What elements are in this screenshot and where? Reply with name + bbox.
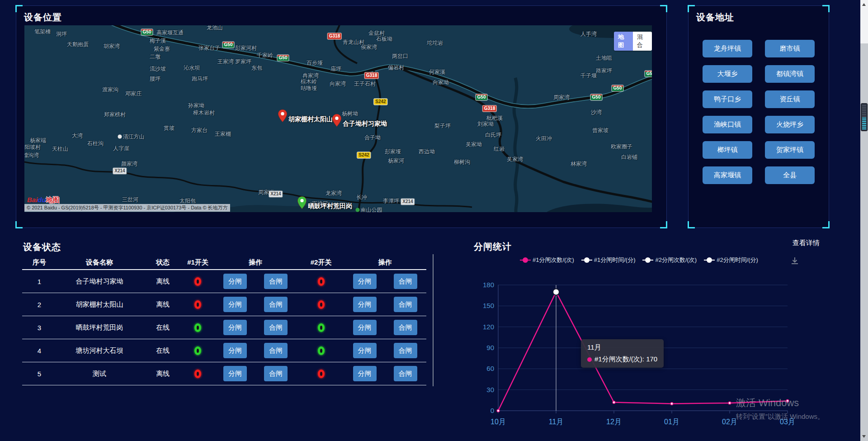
switch2-close-button[interactable]: 合闸 — [394, 366, 417, 381]
switch2-close-button[interactable]: 合闸 — [394, 274, 417, 289]
map-type-map-button[interactable]: 地图 — [614, 32, 633, 51]
scroll-up-icon[interactable] — [862, 3, 866, 6]
switch2-open-button[interactable]: 分闸 — [353, 274, 377, 289]
switch1-open-button[interactable]: 分闸 — [223, 343, 247, 358]
map-place-label: 李潭坪 — [383, 197, 399, 205]
map-place-label: 梨子坪 — [434, 122, 451, 130]
scrollbar-top — [860, 0, 868, 43]
switch2-open-button[interactable]: 分闸 — [353, 343, 377, 358]
switch2-close-button[interactable]: 合闸 — [394, 297, 417, 312]
map-place-label: 林家湾 — [571, 160, 587, 168]
switch2-status-light — [318, 277, 325, 286]
column-header: 设备名称 — [57, 258, 142, 267]
address-button[interactable]: 磨市镇 — [765, 40, 815, 57]
address-button[interactable]: 火烧坪乡 — [765, 116, 815, 133]
switch2-open-button[interactable]: 分闸 — [353, 320, 377, 335]
legend-item[interactable]: #1分闸次数/(次) — [520, 256, 574, 264]
address-button[interactable]: 龙舟坪镇 — [703, 40, 752, 57]
device-name: 合子坳村习家坳 — [57, 277, 142, 286]
svg-text:180: 180 — [483, 281, 494, 289]
address-button[interactable]: 全县 — [765, 166, 815, 184]
map-place-label: 彭家河村 — [235, 44, 257, 52]
address-button[interactable]: 都镇湾镇 — [765, 65, 815, 83]
map-place-label: 周家湾 — [553, 94, 570, 101]
map-place-label: 渡家沟 — [102, 86, 118, 94]
road-shield: G50 — [612, 85, 624, 92]
map-place-label: 路家坪 — [596, 67, 612, 75]
map-place-label: 东包 — [251, 64, 262, 72]
switch1-close-button[interactable]: 合闸 — [264, 320, 288, 335]
device-name: 测试 — [57, 370, 142, 378]
scrollbar-thumb[interactable] — [861, 103, 868, 131]
legend-line-icon — [581, 257, 592, 263]
baidu-map[interactable]: 笔架槽洞坪天鹅抱蛋胡家湾高家堰互通梅子溪紫金寨二墩流沙坡沁水坝腰坪跑马坪渡家沟邓… — [24, 25, 652, 212]
map-place-label: 红岩 — [494, 145, 505, 153]
map-pin-icon[interactable] — [297, 196, 307, 209]
map-place-label: 杨树坳 — [342, 110, 358, 118]
switch1-close-button[interactable]: 合闸 — [264, 343, 288, 358]
road-shield: X214 — [113, 168, 127, 175]
scroll-down-icon[interactable] — [862, 435, 866, 438]
address-button[interactable]: 渔峡口镇 — [703, 116, 752, 133]
legend-item[interactable]: #2分闸次数/(次) — [642, 256, 697, 264]
map-type-satellite-button[interactable]: 混合 — [633, 32, 652, 51]
map-pin-icon[interactable] — [332, 114, 342, 127]
status-text: 离线 — [142, 370, 183, 378]
table-row: 3晒鼓坪村荒田岗在线分闸合闸分闸合闸 — [22, 316, 426, 339]
address-button[interactable]: 资丘镇 — [765, 90, 815, 108]
map-place-label: 方家台 — [191, 127, 208, 134]
road-shield: G50 — [476, 94, 488, 101]
map-place-label: 吴家湾 — [507, 156, 523, 163]
svg-text:01月: 01月 — [664, 418, 679, 426]
switch1-close-button[interactable]: 合闸 — [264, 274, 288, 289]
road-shield: S242 — [373, 99, 387, 105]
map-place-label: 长冲 — [356, 194, 367, 201]
switch1-open-button[interactable]: 分闸 — [223, 274, 247, 289]
row-index: 2 — [22, 301, 57, 308]
svg-text:30: 30 — [486, 386, 494, 394]
address-button[interactable]: 榔坪镇 — [703, 141, 752, 159]
address-button[interactable]: 鸭子口乡 — [703, 90, 752, 108]
section-divider — [433, 254, 434, 386]
map-place-label: 郑家榜村 — [104, 111, 126, 119]
switch1-close-button[interactable]: 合闸 — [264, 366, 288, 381]
switch2-status-light — [318, 346, 325, 355]
legend-line-icon — [704, 257, 715, 263]
map-place-label: 邓家庄 — [125, 90, 142, 98]
switch1-close-button[interactable]: 合闸 — [264, 297, 288, 312]
map-pin-label: 胡家棚村太阳山 — [288, 115, 333, 123]
view-details-link[interactable]: 查看详情 — [793, 239, 820, 247]
switch1-open-button[interactable]: 分闸 — [223, 320, 247, 335]
map-place-label: 二墩 — [150, 53, 160, 61]
tooltip-value: #1分闸次数/(次): 170 — [594, 355, 657, 364]
map-type-toggle[interactable]: 地图混合 — [614, 32, 652, 51]
switch2-close-button[interactable]: 合闸 — [394, 320, 417, 335]
switch2-close-button[interactable]: 合闸 — [394, 343, 417, 358]
address-button[interactable]: 大堰乡 — [703, 65, 752, 83]
road-shield: G50 — [277, 55, 289, 62]
table-header-row: 序号设备名称状态#1开关操作#2开关操作 — [22, 256, 426, 270]
address-button[interactable]: 贺家坪镇 — [765, 141, 815, 159]
baidu-logo: Baidu地图 — [27, 196, 60, 204]
address-button[interactable]: 高家堰镇 — [703, 166, 752, 184]
corner-decoration — [688, 221, 695, 228]
map-place-label: 彭家垭 — [385, 148, 401, 156]
switch2-open-button[interactable]: 分闸 — [353, 366, 377, 381]
map-place-label: 千子堰 — [580, 72, 597, 80]
road-shield: G318 — [482, 105, 497, 112]
corner-decoration — [822, 5, 830, 12]
switch1-open-button[interactable]: 分闸 — [223, 366, 247, 381]
corner-decoration — [660, 221, 667, 228]
map-place-label: 太阳包 — [179, 197, 196, 205]
scrollbar[interactable] — [860, 0, 868, 441]
map-place-label: 白氏坪 — [485, 131, 501, 139]
device-address-title: 设备地址 — [696, 11, 734, 24]
map-pin-icon[interactable] — [278, 109, 288, 123]
legend-label: #1分闸次数/(次) — [533, 256, 574, 264]
download-icon[interactable] — [790, 256, 800, 268]
map-place-label: 壋沟湾 — [24, 152, 39, 159]
legend-item[interactable]: #1分闸时间/(分) — [581, 256, 636, 264]
legend-item[interactable]: #2分闸时间/(分) — [704, 256, 758, 264]
switch1-open-button[interactable]: 分闸 — [223, 297, 247, 312]
switch2-open-button[interactable]: 分闸 — [353, 297, 377, 312]
